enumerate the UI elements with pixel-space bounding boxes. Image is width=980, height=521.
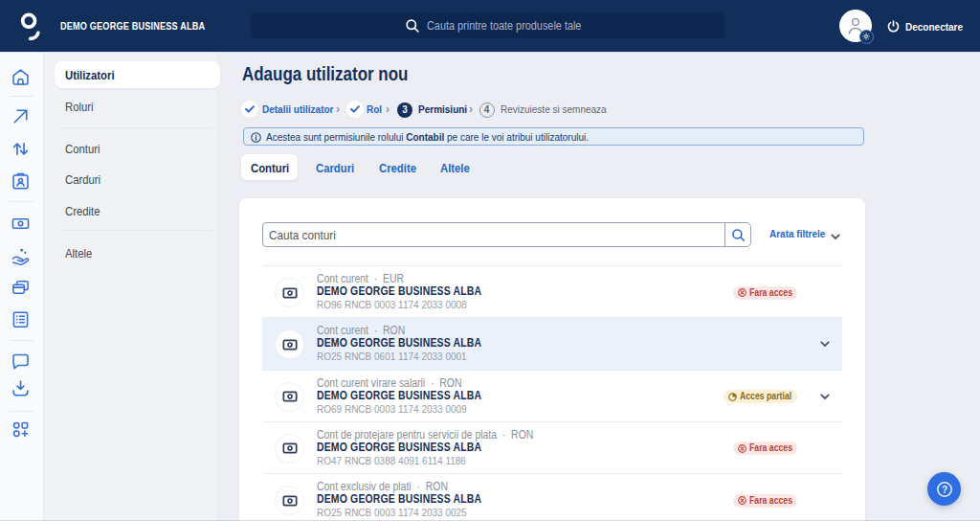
svg-text:?: ? (941, 484, 947, 494)
